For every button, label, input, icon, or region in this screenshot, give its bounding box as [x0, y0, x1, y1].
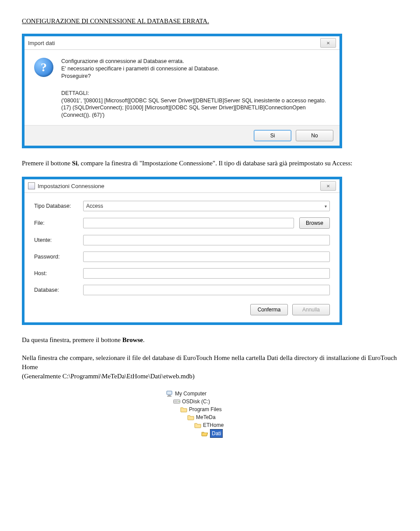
label-file: File:	[34, 220, 78, 226]
close-button[interactable]: ✕	[320, 181, 336, 191]
label-host: Host:	[34, 270, 78, 276]
text: .	[143, 336, 145, 343]
folder-icon	[180, 406, 187, 412]
tree-node-meteda[interactable]: MeTeDa	[166, 413, 254, 421]
close-icon: ✕	[326, 184, 330, 189]
details-body: ('08001', '[08001] [Microsoft][ODBC SQL …	[61, 97, 330, 119]
msg-line: Configurazione di connessione al Databas…	[61, 58, 219, 65]
label-password: Password:	[34, 254, 78, 260]
tree-label: MeTeDa	[196, 413, 216, 421]
dialog-title: Impostazioni Connessione	[38, 183, 104, 189]
utente-input[interactable]	[83, 235, 330, 245]
paragraph: Premere il bottone Si, compare la finest…	[22, 159, 398, 168]
tipo-database-combo[interactable]: Access	[83, 201, 330, 211]
svg-rect-0	[167, 391, 172, 395]
paragraph: Da questa finestra, premere il bottone B…	[22, 335, 398, 345]
section-title: CONFIGURAZIONE DI CONNESSIONE AL DATABAS…	[22, 17, 398, 25]
dialog-button-row: Si No	[24, 125, 340, 146]
tree-label: Program Files	[189, 405, 222, 413]
dialog-titlebar: Impostazioni Connessione ✕	[24, 179, 340, 193]
svg-point-5	[178, 401, 179, 402]
folder-open-icon	[201, 430, 208, 437]
password-input[interactable]	[83, 252, 330, 262]
details-block: DETTAGLI: ('08001', '[08001] [Microsoft]…	[61, 90, 330, 119]
tree-label: OSDisk (C:)	[182, 398, 210, 405]
form-button-row: Conferma Annulla	[24, 301, 340, 322]
text: Premere il bottone	[22, 160, 72, 167]
tree-node-osdisk[interactable]: OSDisk (C:)	[166, 398, 254, 405]
label-tipo-database: Tipo Database:	[34, 203, 78, 209]
msg-line: E' necessario specificare i parametri di…	[61, 65, 219, 73]
close-icon: ✕	[326, 41, 330, 45]
message-text: Configurazione di connessione al Databas…	[61, 58, 219, 80]
text: (Generalmente C:\Programmi\MeTeDa\EtHome…	[22, 372, 398, 381]
computer-icon	[166, 391, 173, 397]
label-database: Database:	[34, 287, 78, 293]
combo-value: Access	[86, 203, 103, 209]
tree-label: My Computer	[175, 390, 206, 398]
dialog-import-dati: Import dati ✕ ? Configurazione di connes…	[22, 34, 342, 148]
dialog-title: Import dati	[28, 40, 55, 46]
no-button[interactable]: No	[296, 130, 333, 141]
text: Da questa finestra, premere il bottone	[22, 336, 122, 343]
yes-button[interactable]: Si	[254, 130, 291, 141]
label-utente: Utente:	[34, 237, 78, 243]
svg-rect-4	[174, 401, 178, 402]
svg-rect-1	[168, 395, 171, 396]
details-label: DETTAGLI:	[61, 90, 330, 97]
paragraph: Nella finestra che compare, selezionare …	[22, 353, 398, 381]
tree-node-ethome[interactable]: ETHome	[166, 421, 254, 429]
folder-tree: My Computer OSDisk (C:) Program Files Me…	[166, 390, 254, 438]
app-icon	[28, 182, 35, 189]
confirm-button[interactable]: Conferma	[250, 304, 288, 315]
svg-rect-2	[167, 396, 172, 397]
database-input[interactable]	[83, 285, 330, 295]
tree-label-selected: Dati	[210, 429, 223, 438]
text: , compare la finestra di "Impostazione C…	[77, 160, 352, 167]
tree-node-program-files[interactable]: Program Files	[166, 405, 254, 413]
host-input[interactable]	[83, 268, 330, 279]
text: Nella finestra che compare, selezionare …	[22, 353, 398, 372]
disk-icon	[173, 398, 180, 405]
text-bold: Si	[72, 160, 78, 167]
tree-label: ETHome	[203, 421, 224, 429]
dialog-impostazioni-connessione: Impostazioni Connessione ✕ Tipo Database…	[22, 177, 342, 325]
msg-line: Proseguire?	[61, 73, 219, 80]
cancel-button[interactable]: Annulla	[292, 304, 330, 315]
folder-icon	[187, 414, 194, 420]
file-input[interactable]	[83, 218, 294, 228]
text-bold: Browse	[122, 336, 143, 343]
question-icon: ?	[34, 58, 53, 77]
folder-icon	[194, 422, 201, 428]
browse-button[interactable]: Browse	[299, 217, 330, 229]
tree-node-my-computer[interactable]: My Computer	[166, 390, 254, 398]
close-button[interactable]: ✕	[320, 38, 336, 48]
tree-node-dati[interactable]: Dati	[166, 429, 254, 438]
dialog-titlebar: Import dati ✕	[24, 36, 340, 50]
